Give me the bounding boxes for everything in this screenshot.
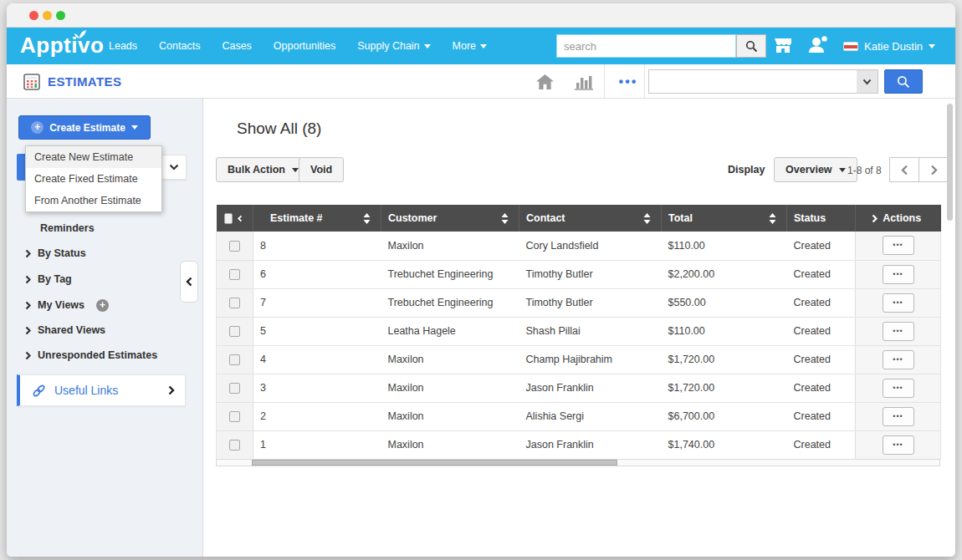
column-header-contact[interactable]: Contact: [519, 205, 662, 232]
nav-item-cases[interactable]: Cases: [222, 40, 251, 52]
cell-status: Created: [787, 430, 856, 459]
cell-status: Created: [787, 345, 856, 374]
void-button[interactable]: Void: [299, 157, 344, 182]
home-icon[interactable]: [535, 74, 555, 90]
chevron-right-icon: [930, 165, 938, 176]
sidebar-collapse-handle[interactable]: [180, 261, 198, 303]
column-header-total[interactable]: Total: [662, 205, 787, 232]
sidebar-item-my-views[interactable]: My Views +: [25, 297, 109, 313]
view-switcher-dropdown-button[interactable]: [161, 155, 187, 180]
sort-icon[interactable]: [501, 213, 509, 224]
row-checkbox[interactable]: [229, 298, 240, 308]
menu-item-create-new-estimate[interactable]: Create New Estimate: [26, 146, 161, 168]
window-minimize-button[interactable]: [43, 11, 52, 20]
cell-total: $2,200.00: [662, 260, 787, 288]
row-actions-button[interactable]: •••: [883, 293, 914, 313]
table-row[interactable]: 2 Maxilon Alishia Sergi $6,700.00 Create…: [217, 402, 941, 430]
row-checkbox[interactable]: [229, 383, 240, 394]
reports-chart-icon[interactable]: [574, 74, 594, 90]
row-checkbox[interactable]: [229, 326, 240, 337]
user-menu[interactable]: Katie Dustin: [843, 28, 935, 64]
next-page-button[interactable]: [919, 157, 949, 182]
store-icon[interactable]: [773, 36, 793, 54]
add-view-icon[interactable]: +: [96, 299, 109, 312]
row-checkbox[interactable]: [229, 440, 240, 451]
sidebar-item-by-tag[interactable]: By Tag: [25, 271, 72, 288]
pagination: [889, 157, 949, 182]
row-checkbox[interactable]: [229, 241, 240, 252]
column-header-actions[interactable]: Actions: [856, 205, 941, 232]
global-search-input[interactable]: [556, 34, 736, 58]
menu-item-create-fixed-estimate[interactable]: Create Fixed Estimate: [26, 168, 161, 190]
sidebar-item-by-status[interactable]: By Status: [25, 245, 86, 262]
cell-customer: Maxilon: [381, 232, 519, 260]
sort-icon[interactable]: [769, 213, 776, 224]
app-header: ESTIMATES •••: [7, 64, 955, 99]
select-all-checkbox[interactable]: [224, 213, 233, 224]
cell-estimate-number: 3: [253, 374, 381, 402]
table-row[interactable]: 1 Maxilon Jason Franklin $1,740.00 Creat…: [217, 430, 941, 459]
nav-item-contacts[interactable]: Contacts: [159, 40, 200, 52]
cell-estimate-number: 8: [253, 232, 381, 260]
vertical-scrollbar-thumb[interactable]: [947, 104, 953, 221]
bulk-action-button[interactable]: Bulk Action: [216, 157, 310, 182]
create-estimate-button[interactable]: + Create Estimate: [18, 115, 151, 140]
apptivo-logo[interactable]: Apptivo: [20, 33, 104, 59]
sidebar-item-shared-views[interactable]: Shared Views: [25, 322, 105, 339]
column-header-customer[interactable]: Customer: [381, 205, 519, 232]
chevron-left-icon[interactable]: [238, 214, 243, 223]
estimate-search-input[interactable]: [648, 69, 857, 94]
sidebar-item-unresponded-estimates[interactable]: Unresponded Estimates: [25, 347, 157, 364]
table-row[interactable]: 8 Maxilon Cory Landsfield $110.00 Create…: [217, 232, 941, 260]
sidebar-item-reminders[interactable]: Reminders: [40, 220, 95, 237]
cell-contact: Jason Franklin: [519, 374, 662, 402]
row-actions-button[interactable]: •••: [883, 236, 914, 255]
search-criteria-dropdown-button[interactable]: [857, 69, 878, 94]
row-actions-button[interactable]: •••: [883, 350, 914, 369]
row-actions-button[interactable]: •••: [883, 407, 914, 426]
row-actions-button[interactable]: •••: [883, 322, 914, 341]
chevron-right-icon: [168, 385, 175, 395]
row-actions-button[interactable]: •••: [883, 265, 914, 284]
nav-item-more[interactable]: More: [453, 40, 487, 52]
table-row[interactable]: 6 Trebuchet Engineering Timothy Butler $…: [217, 260, 941, 288]
table-row[interactable]: 3 Maxilon Jason Franklin $1,720.00 Creat…: [217, 374, 941, 402]
row-actions-button[interactable]: •••: [883, 435, 914, 455]
column-header-estimate-number[interactable]: Estimate #: [253, 205, 381, 232]
nav-item-opportunities[interactable]: Opportunities: [274, 40, 335, 52]
more-options-icon[interactable]: •••: [612, 64, 644, 99]
cell-estimate-number: 1: [253, 430, 381, 459]
window-zoom-button[interactable]: [56, 11, 65, 20]
horizontal-scrollbar-thumb[interactable]: [252, 460, 617, 466]
estimate-search-button[interactable]: [884, 69, 923, 94]
previous-page-button[interactable]: [889, 157, 919, 182]
chevron-right-icon: [25, 351, 31, 360]
flag-icon: [843, 42, 858, 51]
nav-item-supply-chain[interactable]: Supply Chain: [357, 40, 430, 52]
sort-icon[interactable]: [643, 213, 651, 224]
search-icon: [745, 40, 758, 53]
row-checkbox[interactable]: [229, 269, 240, 280]
chevron-right-icon: [25, 326, 31, 335]
sort-icon[interactable]: [363, 213, 371, 224]
useful-links-panel[interactable]: Useful Links: [17, 374, 186, 406]
display-mode-dropdown[interactable]: Overview: [774, 157, 857, 182]
table-row[interactable]: 7 Trebuchet Engineering Timothy Butler $…: [217, 288, 941, 317]
table-row[interactable]: 4 Maxilon Champ Hajibrahim $1,720.00 Cre…: [217, 345, 941, 374]
create-estimate-menu: Create New Estimate Create Fixed Estimat…: [25, 145, 162, 212]
column-header-status[interactable]: Status: [787, 205, 856, 232]
row-checkbox[interactable]: [229, 354, 240, 365]
menu-item-from-another-estimate[interactable]: From Another Estimate: [26, 190, 161, 211]
table-row[interactable]: 5 Leatha Hagele Shash Pillai $110.00 Cre…: [217, 317, 941, 345]
row-actions-button[interactable]: •••: [883, 379, 914, 398]
row-checkbox[interactable]: [229, 411, 240, 422]
horizontal-scrollbar[interactable]: [216, 459, 940, 466]
estimates-table: Estimate # Customer Co: [216, 205, 941, 460]
global-search-button[interactable]: [736, 34, 766, 58]
caret-down-icon: [480, 44, 487, 48]
window-close-button[interactable]: [29, 11, 38, 20]
cell-customer: Maxilon: [381, 402, 519, 430]
useful-links-label: Useful Links: [54, 384, 160, 397]
nav-item-leads[interactable]: Leads: [109, 40, 137, 52]
user-contact-icon[interactable]: [807, 35, 829, 55]
